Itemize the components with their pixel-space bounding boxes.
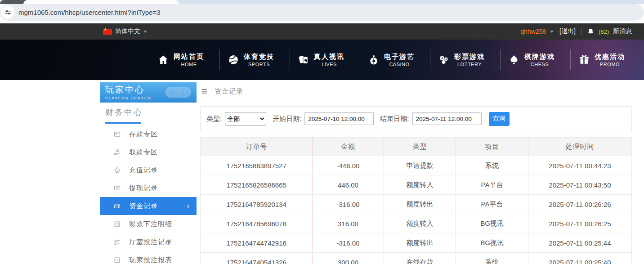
start-date-label: 开始日期:: [273, 115, 301, 123]
withdraw-icon: [113, 148, 121, 156]
sidebar-item-recharge[interactable]: 充值记录: [100, 161, 197, 179]
table-header-cell: 金额: [313, 138, 384, 156]
withdrawal-record-icon: [113, 184, 121, 192]
chevron-down-icon: [143, 31, 147, 33]
nav-item-chess[interactable]: 棋牌游戏CHESS: [492, 49, 563, 70]
messages-link[interactable]: 新消息: [613, 27, 632, 36]
sidebar-item-label: 提现记录: [129, 184, 158, 192]
nav-label-zh: 真人视讯: [314, 53, 344, 60]
table-cell: 1752165863897527: [201, 156, 313, 175]
sidebar-item-label: 充值记录: [129, 166, 158, 175]
table-cell: 申请提款: [384, 156, 456, 175]
sidebar-item-label: 取款专区: [129, 148, 158, 157]
table-cell: 1752164744742916: [201, 233, 313, 253]
table-cell: -316.00: [313, 233, 384, 253]
language-selector[interactable]: 简体中文: [103, 23, 147, 40]
table-cell: PA平台: [456, 195, 528, 214]
start-date-input[interactable]: [304, 112, 374, 125]
sidebar-item-label: 资金记录: [129, 202, 158, 210]
table-cell: 316.00: [313, 214, 384, 233]
nav-item-home[interactable]: 网站首页HOME: [150, 53, 212, 67]
chevron-down-icon[interactable]: [550, 31, 554, 33]
message-count-badge[interactable]: (62): [599, 28, 609, 35]
nav-label-en: CHESS: [524, 62, 555, 67]
username-link[interactable]: qhhw258: [520, 28, 546, 35]
hall-bet-icon: [113, 238, 121, 246]
table-row: 1752164744742916-316.00额度转出BG视讯2025-07-1…: [201, 233, 632, 253]
hamburger-icon: [200, 88, 209, 95]
nav-label-zh: 电子游艺: [384, 53, 415, 60]
table-cell: 2025-07-11 00:25:44: [528, 233, 631, 253]
main-content: 资金记录 类型: 全部 开始日期: 结束日期: 查询 订单号金额类型项目处理时间…: [200, 82, 632, 264]
filter-bar: 类型: 全部 开始日期: 结束日期: 查询: [200, 106, 632, 131]
table-row: 1752164785696078316.00额度转入BG视讯2025-07-11…: [201, 214, 632, 233]
table-cell: 2025-07-11 00:26:26: [528, 195, 631, 214]
table-cell: -316.00: [313, 195, 384, 214]
sidebar-item-lottery-detail[interactable]: 彩票下注明细: [100, 215, 197, 233]
table-cell: 300.00: [313, 253, 384, 264]
bell-icon[interactable]: [587, 28, 595, 36]
funds-icon: [113, 202, 121, 210]
sidebar-item-withdraw[interactable]: 取款专区: [100, 143, 197, 161]
language-label[interactable]: 简体中文: [115, 27, 140, 36]
gift-icon: [578, 54, 590, 66]
sidebar-item-label: 玩家投注报表: [129, 256, 172, 264]
table-cell: PA平台: [456, 175, 528, 195]
nav-item-lives[interactable]: 真人视讯LIVES: [282, 49, 352, 70]
end-date-input[interactable]: [412, 112, 482, 125]
table-cell: 额度转出: [384, 195, 456, 214]
end-date-label: 结束日期:: [380, 115, 409, 123]
sidebar-item-report[interactable]: 玩家投注报表: [100, 251, 197, 264]
table-cell: 2025-07-11 00:25:40: [528, 253, 631, 264]
sidebar-item-label: 厅室投注记录: [129, 238, 172, 246]
table-row: 1752164785920134-316.00额度转出PA平台2025-07-1…: [201, 195, 632, 214]
lottery-icon: [438, 54, 450, 66]
table-header-cell: 类型: [384, 138, 456, 156]
browser-tab-active[interactable]: [23, 0, 179, 4]
table-cell: 2025-07-11 00:26:25: [528, 214, 631, 233]
browser-tab-strip: [0, 0, 644, 4]
nav-label-zh: 优惠活动: [595, 53, 625, 60]
browser-url-bar[interactable]: mgm1065.com/hhcp/usercenter.html?iniType…: [0, 4, 644, 21]
spade-icon: [508, 54, 520, 66]
url-text[interactable]: mgm1065.com/hhcp/usercenter.html?iniType…: [18, 9, 161, 16]
table-header-cell: 处理时间: [528, 138, 631, 156]
table-cell: 额度转入: [384, 175, 456, 195]
main-nav: 网站首页HOME体育竞技SPORTS真人视讯LIVES电子游艺CASINO彩票游…: [150, 40, 633, 80]
table-cell: 2025-07-11 00:43:50: [528, 175, 631, 195]
table-cell: 系统: [456, 156, 528, 175]
roulette-icon: [368, 54, 380, 66]
site-topbar: 简体中文 qhhw258 [退出] (62) 新消息: [0, 23, 644, 40]
nav-item-sports[interactable]: 体育竞技SPORTS: [212, 49, 282, 70]
sidebar-item-funds[interactable]: 资金记录›: [100, 197, 197, 215]
nav-label-en: LIVES: [314, 62, 344, 67]
nav-item-lottery[interactable]: 彩票游戏LOTTERY: [422, 49, 492, 70]
type-label: 类型:: [206, 115, 222, 123]
type-select[interactable]: 全部: [225, 112, 266, 125]
main-navbar: 网站首页HOME体育竞技SPORTS真人视讯LIVES电子游艺CASINO彩票游…: [0, 40, 644, 80]
logout-link[interactable]: [退出]: [559, 27, 576, 36]
table-cell: 1752164785696078: [201, 214, 313, 233]
table-row: 1752164740541326300.00在线存款系统2025-07-11 0…: [201, 253, 632, 264]
sidebar-section-title: 财务中心: [105, 108, 191, 117]
sidebar-item-deposit[interactable]: 存款专区: [100, 125, 197, 143]
table-row: 1752165863897527-446.00申请提款系统2025-07-11 …: [201, 156, 632, 175]
sidebar-item-label: 存款专区: [129, 130, 158, 139]
sidebar-item-hall-bet[interactable]: 厅室投注记录: [100, 233, 197, 251]
table-cell: 额度转入: [384, 214, 456, 233]
sidebar-header: 玩家中心 PLAYERS CENTER: [100, 82, 197, 103]
site-settings-button[interactable]: [1, 6, 14, 19]
table-cell: 1752164785920134: [201, 195, 313, 214]
table-cell: 1752165826586665: [201, 175, 313, 195]
search-button[interactable]: 查询: [489, 112, 510, 126]
sidebar: 玩家中心 PLAYERS CENTER 财务中心 存款专区取款专区充值记录提现记…: [100, 82, 197, 264]
sidebar-item-withdrawal-record[interactable]: 提现记录: [100, 179, 197, 197]
nav-label-en: SPORTS: [244, 62, 274, 67]
nav-item-promo[interactable]: 优惠活动PROMO: [563, 49, 633, 70]
nav-item-casino[interactable]: 电子游艺CASINO: [352, 49, 422, 70]
deposit-icon: [113, 130, 121, 138]
table-cell: BG视讯: [456, 233, 528, 253]
table-header-row: 订单号金额类型项目处理时间: [201, 138, 632, 156]
lottery-detail-icon: [113, 220, 121, 228]
funds-table: 订单号金额类型项目处理时间 1752165863897527-446.00申请提…: [200, 137, 632, 264]
